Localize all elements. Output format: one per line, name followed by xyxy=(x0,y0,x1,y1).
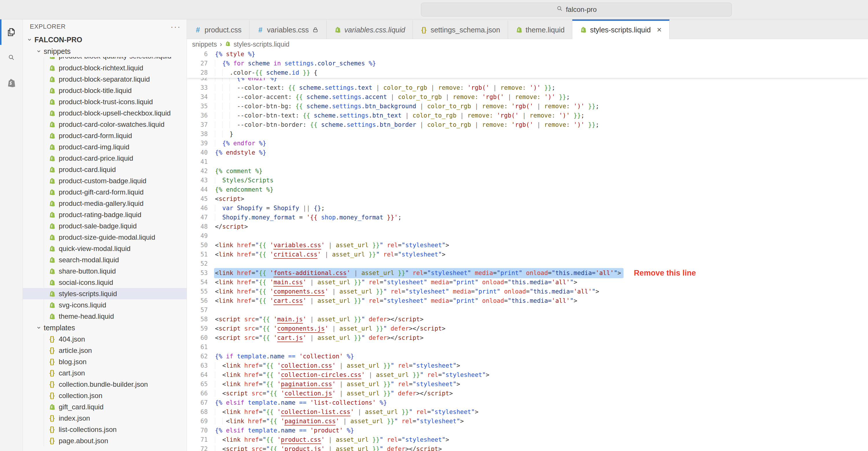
more-actions-icon[interactable]: ··· xyxy=(170,25,181,28)
tab-variables-css[interactable]: #variables.css xyxy=(249,20,327,39)
code-line[interactable]: 38 } xyxy=(187,129,868,139)
line-number[interactable]: 48 xyxy=(187,222,208,231)
file-tree-item[interactable]: product-size-guide-modal.liquid xyxy=(49,232,187,243)
code-line[interactable]: 56<link href="{{ 'cart.css' | asset_url … xyxy=(187,296,868,305)
line-number[interactable]: 54 xyxy=(187,278,208,287)
line-number[interactable]: 32 xyxy=(187,78,208,83)
file-tree-item[interactable]: product-gift-card-form.liquid xyxy=(49,186,187,198)
line-number[interactable]: 44 xyxy=(187,185,208,194)
file-tree-item[interactable]: {}blog.json xyxy=(49,356,187,367)
code-line[interactable]: 27 {% for scheme in settings.color_schem… xyxy=(187,59,868,68)
file-tree-item[interactable]: {}page.about.json xyxy=(49,435,187,446)
line-number[interactable]: 61 xyxy=(187,342,208,352)
code-line[interactable]: 45<script> xyxy=(187,194,868,204)
search-activity-search-icon[interactable] xyxy=(0,45,23,70)
file-tree-item[interactable]: {}collection.bundle-builder.json xyxy=(49,379,187,390)
line-number[interactable]: 40 xyxy=(187,148,208,157)
code-line[interactable]: 41 xyxy=(187,157,868,167)
code-line[interactable]: 52 xyxy=(187,259,868,268)
code-line[interactable]: 32 {% endif %} xyxy=(187,78,868,83)
line-number[interactable]: 34 xyxy=(187,92,208,101)
file-tree-item[interactable]: {}404.json xyxy=(49,333,187,345)
line-number[interactable]: 53 xyxy=(187,268,208,278)
line-number[interactable]: 6 xyxy=(187,50,208,59)
shopify-activity-shopify-icon[interactable] xyxy=(0,70,23,96)
file-tree-item[interactable]: theme-head.liquid xyxy=(49,310,187,322)
code-line[interactable]: 34 --color-accent: {{ scheme.settings.ac… xyxy=(187,92,868,101)
line-number[interactable]: 52 xyxy=(187,259,208,268)
code-line[interactable]: 69 <link href="{{ 'pagination.css' | ass… xyxy=(187,417,868,426)
file-tree-item[interactable]: product-block-upsell-checkbox.liquid xyxy=(49,108,187,119)
folder-snippets[interactable]: snippets xyxy=(23,46,187,57)
tab-variables-css-liquid[interactable]: variables.css.liquid xyxy=(327,20,413,39)
code-line[interactable]: 40{% endstyle %} xyxy=(187,148,868,157)
code-line[interactable]: 62{% if template.name == 'collection' %} xyxy=(187,352,868,361)
line-number[interactable]: 71 xyxy=(187,435,208,444)
line-number[interactable]: 70 xyxy=(187,426,208,435)
line-number[interactable]: 51 xyxy=(187,250,208,259)
file-tree-item[interactable]: {}list-collections.json xyxy=(49,424,187,435)
line-number[interactable]: 50 xyxy=(187,241,208,250)
close-icon[interactable]: × xyxy=(657,25,661,34)
code-line[interactable]: 37 --color-btn-border: {{ scheme.setting… xyxy=(187,120,868,129)
code-line[interactable]: 51<link href="{{ 'critical.css' | asset_… xyxy=(187,250,868,259)
line-number[interactable]: 57 xyxy=(187,305,208,315)
file-tree-item[interactable]: product-card-color-swatches.liquid xyxy=(49,119,187,130)
code-line[interactable]: 58<script src="{{ 'main.js' | asset_url … xyxy=(187,315,868,324)
line-number[interactable]: 58 xyxy=(187,315,208,324)
line-number[interactable]: 42 xyxy=(187,167,208,176)
file-tree-item[interactable]: product-block-separator.liquid xyxy=(49,73,187,85)
line-number[interactable]: 36 xyxy=(187,111,208,120)
line-number[interactable]: 59 xyxy=(187,324,208,333)
code-line[interactable]: 68 <link href="{{ 'collection-list.css' … xyxy=(187,407,868,417)
breadcrumb-file[interactable]: styles-scripts.liquid xyxy=(234,40,289,48)
explorer-activity-files-icon[interactable] xyxy=(0,20,23,45)
file-tree-item[interactable]: styles-scripts.liquid xyxy=(23,288,187,299)
line-number[interactable]: 27 xyxy=(187,59,208,68)
code-line[interactable]: 61 xyxy=(187,342,868,352)
line-number[interactable]: 56 xyxy=(187,296,208,305)
line-number[interactable]: 55 xyxy=(187,287,208,296)
file-tree-item[interactable]: gift_card.liquid xyxy=(49,401,187,413)
breadcrumb-folder[interactable]: snippets xyxy=(192,40,217,48)
line-number[interactable]: 45 xyxy=(187,194,208,204)
line-number[interactable]: 41 xyxy=(187,157,208,167)
tab-settings-schema-json[interactable]: {}settings_schema.json xyxy=(413,20,508,39)
file-tree-item[interactable]: search-modal.liquid xyxy=(49,254,187,266)
code-line[interactable]: 53<link href="{{ 'fonts-additional.css' … xyxy=(187,268,868,278)
file-tree-item[interactable]: share-button.liquid xyxy=(49,266,187,277)
line-number[interactable]: 43 xyxy=(187,176,208,185)
line-number[interactable]: 69 xyxy=(187,417,208,426)
code-line[interactable]: 44{% endcomment %} xyxy=(187,185,868,194)
code-line[interactable]: 65 <link href="{{ 'pagination.css' | ass… xyxy=(187,380,868,389)
line-number[interactable]: 66 xyxy=(187,389,208,398)
code-line[interactable]: 55<link href="{{ 'components.css' | asse… xyxy=(187,287,868,296)
code-line[interactable]: 43 Styles/Scripts xyxy=(187,176,868,185)
code-line[interactable]: 64 <link href="{{ 'collection-circles.cs… xyxy=(187,370,868,380)
code-line[interactable]: 70{% elsif template.name == 'product' %} xyxy=(187,426,868,435)
line-number[interactable]: 60 xyxy=(187,333,208,342)
line-number[interactable]: 63 xyxy=(187,361,208,370)
code-line[interactable]: 49 xyxy=(187,231,868,241)
line-number[interactable]: 65 xyxy=(187,380,208,389)
line-number[interactable]: 67 xyxy=(187,398,208,407)
line-number[interactable]: 28 xyxy=(187,68,208,77)
line-number[interactable]: 64 xyxy=(187,370,208,380)
file-tree-item[interactable]: product-block-title.liquid xyxy=(49,85,187,96)
code-line[interactable]: 54<link href="{{ 'main.css' | asset_url … xyxy=(187,278,868,287)
file-tree-item[interactable]: product-block-quantity-selector.liquid xyxy=(49,57,187,62)
code-line[interactable]: 28 .color-{{ scheme.id }} { xyxy=(187,68,868,77)
tab-styles-scripts-liquid[interactable]: styles-scripts.liquid× xyxy=(572,20,669,39)
code-line[interactable]: 72 <script src="{{ 'product.js' | asset_… xyxy=(187,444,868,451)
line-number[interactable]: 47 xyxy=(187,213,208,222)
code-line[interactable]: 47 Shopify.money_format = '{{ shop.money… xyxy=(187,213,868,222)
code-line[interactable]: 42{% comment %} xyxy=(187,167,868,176)
file-tree-item[interactable]: product-media-gallery.liquid xyxy=(49,198,187,209)
code-line[interactable]: 67{% elsif template.name == 'list-collec… xyxy=(187,398,868,407)
file-tree-item[interactable]: quick-view-modal.liquid xyxy=(49,243,187,254)
code-line[interactable]: 36 --color-btn-text: {{ scheme.settings.… xyxy=(187,111,868,120)
file-tree-item[interactable]: {}index.json xyxy=(49,413,187,424)
line-number[interactable]: 37 xyxy=(187,120,208,129)
line-number[interactable]: 62 xyxy=(187,352,208,361)
file-tree-item[interactable]: product-block-trust-icons.liquid xyxy=(49,96,187,108)
